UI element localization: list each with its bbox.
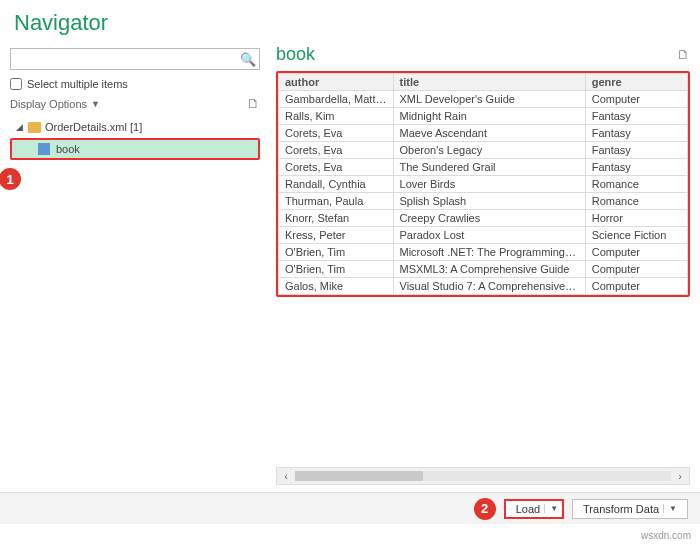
select-multiple-label: Select multiple items [27, 78, 128, 90]
table-cell: Thurman, Paula [279, 193, 394, 210]
load-button[interactable]: Load ▼ [504, 499, 564, 519]
display-options-label: Display Options [10, 98, 87, 110]
navigator-window: Navigator 1 🔍 Select multiple items Disp… [0, 0, 700, 546]
col-title[interactable]: title [393, 74, 585, 91]
table-cell: Microsoft .NET: The Programming Bible [393, 244, 585, 261]
table-cell: Fantasy [585, 159, 687, 176]
table-cell: O'Brien, Tim [279, 261, 394, 278]
select-multiple-row[interactable]: Select multiple items [10, 78, 260, 90]
search-input[interactable] [11, 51, 237, 67]
table-cell: The Sundered Grail [393, 159, 585, 176]
callout-2: 2 [474, 498, 496, 520]
table-cell: Lover Birds [393, 176, 585, 193]
preview-title: book [276, 44, 315, 65]
table-row[interactable]: Gambardella, MatthewXML Developer's Guid… [279, 91, 688, 108]
table-cell: Romance [585, 176, 687, 193]
chevron-down-icon[interactable]: ▼ [91, 99, 100, 109]
table-header-row: author title genre [279, 74, 688, 91]
scroll-left-icon[interactable]: ‹ [277, 470, 295, 482]
table-cell: O'Brien, Tim [279, 244, 394, 261]
preview-pane: book 🗋 author title genre Gambardella, M… [270, 42, 700, 546]
table-cell: Oberon's Legacy [393, 142, 585, 159]
tree-item-label: book [56, 143, 80, 155]
header: Navigator [0, 0, 700, 42]
callout-1: 1 [0, 168, 21, 190]
search-icon[interactable]: 🔍 [237, 52, 259, 67]
table-cell: MSXML3: A Comprehensive Guide [393, 261, 585, 278]
table-cell: Midnight Rain [393, 108, 585, 125]
tree-root-label: OrderDetails.xml [1] [45, 121, 142, 133]
horizontal-scrollbar[interactable]: ‹ › [276, 467, 690, 485]
table-cell: Visual Studio 7: A Comprehensive Guide [393, 278, 585, 295]
col-genre[interactable]: genre [585, 74, 687, 91]
table-cell: Computer [585, 244, 687, 261]
table-row[interactable]: Corets, EvaThe Sundered GrailFantasy [279, 159, 688, 176]
table-cell: Creepy Crawlies [393, 210, 585, 227]
main-area: 1 🔍 Select multiple items Display Option… [0, 42, 700, 546]
table-cell: Paradox Lost [393, 227, 585, 244]
folder-icon [28, 122, 41, 133]
table-row[interactable]: Galos, MikeVisual Studio 7: A Comprehens… [279, 278, 688, 295]
chevron-down-icon[interactable]: ▼ [544, 504, 558, 513]
table-cell: Computer [585, 261, 687, 278]
table-row[interactable]: Knorr, StefanCreepy CrawliesHorror [279, 210, 688, 227]
preview-options-icon[interactable]: 🗋 [677, 47, 690, 62]
table-cell: Fantasy [585, 108, 687, 125]
table-row[interactable]: O'Brien, TimMicrosoft .NET: The Programm… [279, 244, 688, 261]
table-cell: Maeve Ascendant [393, 125, 585, 142]
table-icon [38, 143, 50, 155]
scroll-right-icon[interactable]: › [671, 470, 689, 482]
table-cell: Fantasy [585, 142, 687, 159]
select-multiple-checkbox[interactable] [10, 78, 22, 90]
table-cell: Science Fiction [585, 227, 687, 244]
transform-data-label: Transform Data [583, 503, 659, 515]
display-options-row[interactable]: Display Options ▼ 🗋 [10, 96, 260, 111]
table-row[interactable]: Kress, PeterParadox LostScience Fiction [279, 227, 688, 244]
table-cell: Splish Splash [393, 193, 585, 210]
transform-data-button[interactable]: Transform Data ▼ [572, 499, 688, 519]
footer: 2 Load ▼ Transform Data ▼ [0, 492, 700, 524]
chevron-down-icon[interactable]: ▼ [663, 504, 677, 513]
table-cell: Corets, Eva [279, 125, 394, 142]
table-row[interactable]: Thurman, PaulaSplish SplashRomance [279, 193, 688, 210]
left-pane: 1 🔍 Select multiple items Display Option… [0, 42, 270, 546]
scroll-thumb[interactable] [295, 471, 423, 481]
table-cell: Kress, Peter [279, 227, 394, 244]
preview-table-wrap: author title genre Gambardella, MatthewX… [276, 71, 690, 297]
table-row[interactable]: Corets, EvaMaeve AscendantFantasy [279, 125, 688, 142]
table-row[interactable]: Randall, CynthiaLover BirdsRomance [279, 176, 688, 193]
table-cell: XML Developer's Guide [393, 91, 585, 108]
load-button-label: Load [516, 503, 540, 515]
table-cell: Gambardella, Matthew [279, 91, 394, 108]
tree: ◢ OrderDetails.xml [1] book [10, 119, 260, 160]
table-cell: Corets, Eva [279, 142, 394, 159]
window-title: Navigator [14, 10, 686, 36]
tree-root[interactable]: ◢ OrderDetails.xml [1] [10, 119, 260, 135]
tree-item-selected[interactable]: book [10, 138, 260, 160]
table-cell: Corets, Eva [279, 159, 394, 176]
table-cell: Computer [585, 91, 687, 108]
col-author[interactable]: author [279, 74, 394, 91]
table-cell: Romance [585, 193, 687, 210]
refresh-icon[interactable]: 🗋 [247, 96, 260, 111]
table-row[interactable]: Corets, EvaOberon's LegacyFantasy [279, 142, 688, 159]
preview-header: book 🗋 [276, 44, 690, 65]
watermark: wsxdn.com [638, 529, 694, 542]
table-cell: Horror [585, 210, 687, 227]
table-cell: Knorr, Stefan [279, 210, 394, 227]
caret-down-icon[interactable]: ◢ [14, 122, 24, 132]
table-cell: Computer [585, 278, 687, 295]
scroll-track[interactable] [295, 471, 671, 481]
table-row[interactable]: O'Brien, TimMSXML3: A Comprehensive Guid… [279, 261, 688, 278]
table-cell: Galos, Mike [279, 278, 394, 295]
search-box[interactable]: 🔍 [10, 48, 260, 70]
table-cell: Randall, Cynthia [279, 176, 394, 193]
table-cell: Fantasy [585, 125, 687, 142]
preview-table: author title genre Gambardella, MatthewX… [278, 73, 688, 295]
table-cell: Ralls, Kim [279, 108, 394, 125]
table-row[interactable]: Ralls, KimMidnight RainFantasy [279, 108, 688, 125]
